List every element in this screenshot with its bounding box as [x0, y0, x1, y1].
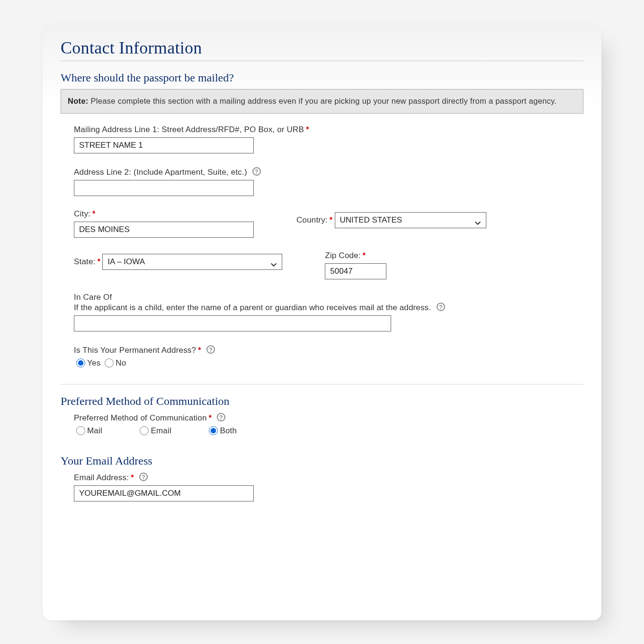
help-icon[interactable]: ?: [436, 302, 446, 312]
section-divider: [61, 384, 583, 385]
form-card: Contact Information Where should the pas…: [43, 24, 601, 620]
addr1-field: Mailing Address Line 1: Street Address/R…: [74, 125, 583, 153]
svg-text:?: ?: [209, 346, 212, 353]
comm-email-radio[interactable]: [140, 426, 149, 435]
perm-no-text: No: [116, 358, 126, 367]
country-label: Country:: [296, 215, 328, 225]
addr2-input[interactable]: [74, 180, 254, 196]
comm-mail-radio[interactable]: [76, 426, 85, 435]
zip-label: Zip Code:: [325, 251, 361, 260]
care-help-text: If the applicant is a child, enter the n…: [74, 303, 431, 312]
comm-both-radio[interactable]: [209, 426, 218, 435]
addr1-label: Mailing Address Line 1: Street Address/R…: [74, 125, 304, 134]
required-star: *: [131, 474, 134, 482]
perm-yes-label[interactable]: Yes: [74, 357, 100, 368]
care-input[interactable]: [74, 315, 391, 331]
email-input[interactable]: [74, 485, 254, 501]
perm-no-radio[interactable]: [105, 358, 114, 367]
comm-both-text: Both: [220, 426, 237, 435]
comm-email-label[interactable]: Email: [137, 425, 171, 436]
state-field: State:* IA – IOWA: [74, 251, 282, 279]
svg-text:?: ?: [220, 414, 223, 420]
required-star: *: [306, 125, 309, 134]
required-star: *: [198, 346, 201, 354]
help-icon[interactable]: ?: [252, 167, 261, 176]
perm-yes-text: Yes: [87, 358, 100, 367]
required-star: *: [363, 251, 366, 259]
comm-field: Preferred Method of Communication* ? Mai…: [74, 412, 583, 436]
country-select[interactable]: UNITED STATES: [335, 212, 486, 228]
required-star: *: [98, 258, 100, 266]
svg-text:?: ?: [255, 168, 259, 175]
city-label: City:: [74, 209, 90, 219]
addr2-label: Address Line 2: (Include Apartment, Suit…: [74, 168, 247, 177]
state-select[interactable]: IA – IOWA: [102, 254, 282, 270]
care-field: In Care Of If the applicant is a child, …: [74, 293, 583, 331]
email-label: Email Address:: [74, 473, 129, 483]
comm-both-label[interactable]: Both: [206, 425, 237, 436]
note-body: Please complete this section with a mail…: [89, 97, 557, 105]
section-mailing-title: Where should the passport be mailed?: [61, 72, 583, 84]
required-star: *: [209, 414, 212, 422]
mailing-note: Note: Please complete this section with …: [61, 89, 583, 114]
svg-text:?: ?: [439, 304, 442, 310]
email-field: Email Address:* ?: [74, 472, 583, 501]
addr2-field: Address Line 2: (Include Apartment, Suit…: [74, 167, 583, 196]
note-prefix: Note:: [68, 97, 89, 105]
help-icon[interactable]: ?: [206, 345, 215, 354]
country-field: Country:* UNITED STATES: [296, 209, 486, 238]
help-icon[interactable]: ?: [139, 472, 148, 482]
comm-mail-label[interactable]: Mail: [74, 425, 102, 436]
page-title: Contact Information: [61, 38, 583, 61]
svg-text:?: ?: [142, 474, 145, 480]
perm-yes-radio[interactable]: [76, 358, 85, 367]
zip-field: Zip Code:*: [325, 251, 386, 279]
city-input[interactable]: [74, 222, 254, 238]
help-icon[interactable]: ?: [216, 412, 226, 422]
state-label: State:: [74, 257, 96, 267]
required-star: *: [330, 216, 332, 224]
comm-mail-text: Mail: [87, 426, 102, 435]
required-star: *: [92, 210, 95, 218]
care-label: In Care Of: [74, 293, 112, 302]
addr1-input[interactable]: [74, 137, 254, 153]
perm-label: Is This Your Permanent Address?: [74, 346, 196, 355]
city-field: City:*: [74, 209, 254, 238]
comm-email-text: Email: [151, 426, 171, 435]
perm-field: Is This Your Permanent Address?* ? YesNo: [74, 345, 583, 368]
comm-label: Preferred Method of Communication: [74, 413, 207, 423]
section-email-title: Your Email Address: [61, 455, 583, 467]
section-comm-title: Preferred Method of Communication: [61, 395, 583, 408]
perm-no-label[interactable]: No: [102, 357, 126, 368]
zip-input[interactable]: [325, 263, 386, 279]
